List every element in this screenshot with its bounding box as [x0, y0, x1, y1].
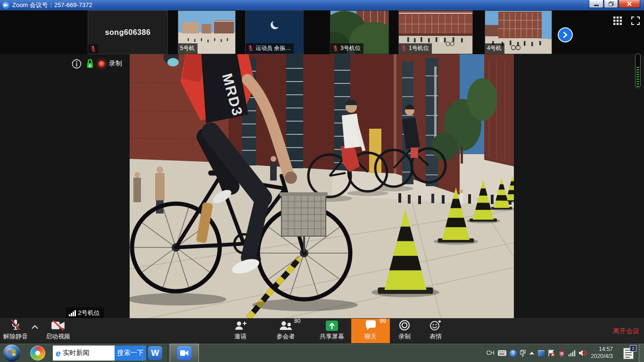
participant-name: 1号机位	[409, 44, 429, 52]
network-signal-icon[interactable]	[569, 350, 576, 356]
action-center-flag-icon[interactable]	[548, 349, 555, 357]
close-button[interactable]	[619, 0, 640, 8]
show-desktop-button[interactable]	[639, 344, 644, 362]
emoji-icon	[429, 320, 442, 331]
ie-browser-icon: e	[56, 349, 61, 358]
reactions-button[interactable]: 表情	[421, 319, 450, 344]
window-title: Zoom 会议号：257-669-7372	[12, 1, 92, 9]
windows-logo-icon	[8, 350, 16, 356]
mic-options-button[interactable]	[29, 319, 41, 344]
volume-muted-icon[interactable]	[578, 349, 587, 357]
taskbar-zoom-button[interactable]	[170, 344, 199, 362]
unmute-button[interactable]: 解除静音	[1, 319, 30, 344]
meeting-stage: MRD3 E 录制	[0, 54, 644, 318]
windows-taskbar: e 实时新闻 搜索一下 W CH	[0, 343, 644, 362]
window-switch-tray-icon[interactable]	[520, 350, 526, 357]
participant-thumbnail-athlete[interactable]: 运动员 余振…	[245, 10, 304, 54]
participant-name-chip: 4号机	[485, 43, 504, 54]
participants-button[interactable]: 80 参会者	[269, 319, 303, 344]
active-speaker-label: 2号机位	[66, 307, 104, 319]
participant-name-chip: 运动员 余振…	[246, 43, 294, 54]
participant-name: 5号机	[180, 44, 195, 52]
taskbar-clock[interactable]: 14:57 2020/4/3	[591, 346, 613, 360]
invite-label: 邀请	[234, 332, 247, 341]
mic-muted-icon	[9, 319, 22, 331]
news-notification-icon[interactable]: 2	[623, 346, 636, 360]
participant-name: 4号机	[487, 44, 502, 52]
participant-name-chip: 5号机	[178, 43, 198, 54]
maximize-button[interactable]	[604, 0, 618, 8]
participant-name-chip: 3号机位	[330, 43, 363, 54]
unmute-label: 解除静音	[3, 332, 28, 341]
participant-thumbnail-cam1[interactable]: 1号机位	[398, 10, 473, 54]
record-ring-icon	[399, 320, 410, 331]
leave-meeting-button[interactable]: 离开会议	[613, 319, 639, 344]
camera-muted-icon	[51, 320, 65, 331]
show-hidden-icons-button[interactable]	[529, 351, 535, 355]
participant-thumbnail-song606386[interactable]: song606386	[88, 10, 168, 54]
share-screen-button[interactable]: 共享屏幕	[312, 319, 352, 344]
leave-meeting-label: 离开会议	[613, 327, 639, 336]
clock-date: 2020/4/3	[591, 353, 613, 360]
info-icon[interactable]	[72, 59, 82, 69]
language-indicator[interactable]: CH	[486, 350, 494, 356]
share-screen-icon	[326, 321, 338, 331]
recording-dot	[99, 61, 105, 67]
mic-muted-icon	[401, 45, 407, 52]
zoom-logo-icon	[2, 2, 9, 9]
gallery-view-icon[interactable]	[613, 16, 622, 25]
record-label: 录制	[398, 332, 411, 341]
participant-filmstrip: song606386	[0, 10, 644, 54]
app-tray-icon[interactable]	[538, 350, 545, 356]
taskbar-wps-button[interactable]: W	[142, 344, 168, 362]
chat-icon	[365, 320, 377, 331]
clock-time: 14:57	[591, 346, 613, 353]
chat-label: 聊天	[364, 332, 377, 341]
wps-icon: W	[148, 346, 162, 360]
mic-muted-icon	[248, 45, 254, 52]
encryption-lock-icon: E	[86, 58, 94, 69]
participant-name: song606386	[88, 11, 167, 54]
invite-icon	[234, 320, 247, 331]
notification-count-badge: 2	[630, 345, 636, 352]
participant-name-chip: 1号机位	[399, 43, 432, 54]
next-page-button[interactable]	[558, 27, 573, 42]
sogou-input-icon[interactable]	[30, 346, 45, 361]
chevron-up-icon	[32, 325, 38, 329]
search-button[interactable]: 搜索一下	[115, 346, 146, 361]
participants-icon	[278, 320, 293, 331]
svg-text:E: E	[89, 64, 91, 68]
keyboard-icon[interactable]	[498, 350, 506, 356]
chat-unread-badge: 99	[380, 318, 386, 324]
start-video-button[interactable]: 启动视频	[42, 319, 74, 344]
reactions-label: 表情	[429, 332, 442, 341]
participants-count-badge: 80	[294, 318, 300, 324]
desktop: Zoom 会议号：257-669-7372 song606386	[0, 0, 644, 362]
participant-thumbnail-cam5[interactable]: 5号机	[178, 10, 236, 54]
start-button[interactable]	[3, 345, 20, 362]
scroll-indicator[interactable]	[635, 53, 641, 88]
speaker-name: 2号机位	[78, 309, 100, 317]
taskbar-search-widget: e 实时新闻 搜索一下	[53, 346, 146, 361]
participant-name: 3号机位	[340, 44, 361, 52]
device-error-tray-icon[interactable]	[558, 349, 565, 357]
fullscreen-icon[interactable]	[631, 16, 640, 25]
meeting-status-overlay: E 录制	[72, 58, 122, 69]
search-input[interactable]: e 实时新闻	[53, 346, 115, 361]
recording-label: 录制	[109, 59, 122, 68]
invite-button[interactable]: 邀请	[225, 319, 256, 344]
minimize-icon	[594, 2, 599, 6]
minimize-button[interactable]	[589, 0, 603, 8]
start-video-label: 启动视频	[46, 332, 70, 341]
main-video[interactable]: MRD3	[130, 54, 514, 318]
participant-thumbnail-cam4[interactable]: 4号机	[485, 10, 552, 54]
mic-muted-icon	[90, 45, 96, 52]
participants-label: 参会者	[277, 332, 295, 341]
help-tray-icon[interactable]: ?	[510, 350, 517, 357]
zoom-window-titlebar: Zoom 会议号：257-669-7372	[0, 0, 644, 10]
main-video-scene: MRD3	[130, 54, 514, 318]
search-button-label: 搜索一下	[117, 349, 144, 357]
chat-button[interactable]: 99 聊天	[351, 319, 390, 344]
participant-thumbnail-cam3[interactable]: 3号机位	[330, 10, 389, 54]
record-button[interactable]: 录制	[390, 319, 419, 344]
